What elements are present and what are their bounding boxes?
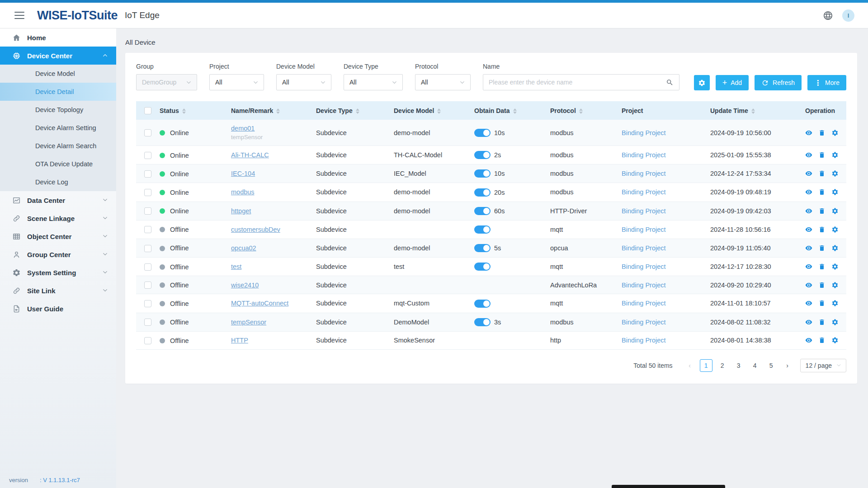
delete-icon[interactable]: [818, 207, 826, 215]
menu-toggle-icon[interactable]: [14, 12, 24, 19]
delete-icon[interactable]: [818, 188, 826, 196]
delete-icon[interactable]: [818, 282, 826, 289]
sidebar-item-device-model[interactable]: Device Model: [0, 65, 116, 83]
row-checkbox[interactable]: [144, 337, 151, 344]
delete-icon[interactable]: [818, 263, 826, 270]
view-icon[interactable]: [805, 244, 812, 252]
row-checkbox[interactable]: [144, 226, 151, 233]
view-icon[interactable]: [805, 319, 812, 326]
device-name-link[interactable]: HTTP: [231, 337, 248, 344]
device-name-search-input[interactable]: Please enter the device name: [483, 74, 679, 90]
obtain-data-toggle[interactable]: [474, 244, 491, 252]
binding-project-link[interactable]: Binding Project: [622, 207, 666, 215]
obtain-data-toggle[interactable]: [474, 169, 491, 178]
delete-icon[interactable]: [818, 319, 826, 326]
filter-select-device-type[interactable]: All: [344, 74, 403, 90]
page-1[interactable]: 1: [700, 359, 712, 372]
sidebar-item-system-setting[interactable]: System Setting: [0, 263, 116, 282]
view-icon[interactable]: [805, 300, 812, 307]
row-checkbox[interactable]: [144, 245, 151, 252]
obtain-data-toggle[interactable]: [474, 188, 491, 197]
sidebar-item-user-guide[interactable]: User Guide: [0, 300, 116, 318]
page-size-select[interactable]: 12 / page: [800, 359, 846, 372]
sidebar-item-device-detail[interactable]: Device Detail: [0, 83, 116, 101]
add-button[interactable]: +Add: [716, 75, 749, 90]
delete-icon[interactable]: [818, 170, 826, 177]
row-checkbox[interactable]: [144, 300, 151, 307]
binding-project-link[interactable]: Binding Project: [622, 226, 666, 233]
sidebar-item-data-center[interactable]: Data Center: [0, 191, 116, 209]
device-name-link[interactable]: wise2410: [231, 282, 259, 289]
row-checkbox[interactable]: [144, 319, 151, 326]
obtain-data-toggle[interactable]: [474, 318, 491, 326]
row-checkbox[interactable]: [144, 129, 151, 136]
pagination-prev[interactable]: ‹: [684, 359, 696, 372]
delete-icon[interactable]: [818, 129, 826, 136]
binding-project-link[interactable]: Binding Project: [622, 263, 666, 270]
select-all-checkbox[interactable]: [144, 107, 151, 114]
settings-icon[interactable]: [831, 151, 839, 159]
filter-select-protocol[interactable]: All: [415, 74, 471, 90]
row-checkbox[interactable]: [144, 263, 151, 271]
binding-project-link[interactable]: Binding Project: [622, 300, 666, 307]
sidebar-item-scene-linkage[interactable]: Scene Linkage: [0, 209, 116, 227]
sort-icon[interactable]: [513, 108, 517, 114]
row-checkbox[interactable]: [144, 207, 151, 215]
sort-icon[interactable]: [356, 108, 359, 114]
binding-project-link[interactable]: Binding Project: [622, 170, 666, 177]
binding-project-link[interactable]: Binding Project: [622, 319, 666, 326]
view-icon[interactable]: [805, 170, 812, 177]
row-checkbox[interactable]: [144, 152, 151, 159]
device-name-link[interactable]: customersubDev: [231, 226, 280, 233]
user-avatar[interactable]: I: [842, 9, 854, 22]
sort-icon[interactable]: [182, 108, 186, 114]
settings-icon[interactable]: [831, 129, 839, 136]
sidebar-item-device-alarm-setting[interactable]: Device Alarm Setting: [0, 119, 116, 137]
language-globe-icon[interactable]: [823, 10, 833, 21]
sidebar-item-site-link[interactable]: Site Link: [0, 282, 116, 300]
device-name-link[interactable]: test: [231, 263, 241, 270]
binding-project-link[interactable]: Binding Project: [622, 282, 666, 289]
delete-icon[interactable]: [818, 337, 826, 344]
binding-project-link[interactable]: Binding Project: [622, 188, 666, 196]
delete-icon[interactable]: [818, 244, 826, 252]
row-checkbox[interactable]: [144, 170, 151, 178]
sidebar-item-home[interactable]: Home: [0, 28, 116, 47]
page-3[interactable]: 3: [732, 359, 745, 372]
view-icon[interactable]: [805, 129, 812, 136]
obtain-data-toggle[interactable]: [474, 207, 491, 215]
settings-icon[interactable]: [831, 170, 839, 177]
settings-icon[interactable]: [831, 337, 839, 344]
settings-icon[interactable]: [831, 207, 839, 215]
settings-icon[interactable]: [831, 244, 839, 252]
device-name-link[interactable]: tempSensor: [231, 319, 266, 326]
more-button[interactable]: ⋮More: [807, 75, 846, 90]
binding-project-link[interactable]: Binding Project: [622, 337, 666, 344]
obtain-data-toggle[interactable]: [474, 151, 491, 159]
refresh-button[interactable]: Refresh: [755, 75, 802, 90]
device-name-link[interactable]: Ali-TH-CALC: [231, 151, 269, 159]
sort-icon[interactable]: [579, 108, 583, 114]
obtain-data-toggle[interactable]: [474, 225, 491, 234]
settings-icon[interactable]: [831, 282, 839, 289]
filter-select-group[interactable]: DemoGroup: [136, 74, 197, 90]
device-name-link[interactable]: demo01: [231, 125, 255, 132]
sidebar-item-object-center[interactable]: Object Center: [0, 227, 116, 245]
sidebar-item-device-topology[interactable]: Device Topology: [0, 101, 116, 119]
view-icon[interactable]: [805, 337, 812, 344]
row-checkbox[interactable]: [144, 282, 151, 289]
sidebar-item-group-center[interactable]: Group Center: [0, 245, 116, 263]
binding-project-link[interactable]: Binding Project: [622, 244, 666, 252]
obtain-data-toggle[interactable]: [474, 263, 491, 271]
page-5[interactable]: 5: [765, 359, 778, 372]
search-icon[interactable]: [666, 79, 674, 86]
column-settings-button[interactable]: [694, 75, 710, 90]
sort-icon[interactable]: [437, 108, 441, 114]
sidebar-item-device-alarm-search[interactable]: Device Alarm Search: [0, 137, 116, 155]
settings-icon[interactable]: [831, 188, 839, 196]
filter-select-device-model[interactable]: All: [276, 74, 331, 90]
view-icon[interactable]: [805, 151, 812, 159]
obtain-data-toggle[interactable]: [474, 300, 491, 308]
binding-project-link[interactable]: Binding Project: [622, 129, 666, 136]
sort-icon[interactable]: [276, 108, 280, 114]
